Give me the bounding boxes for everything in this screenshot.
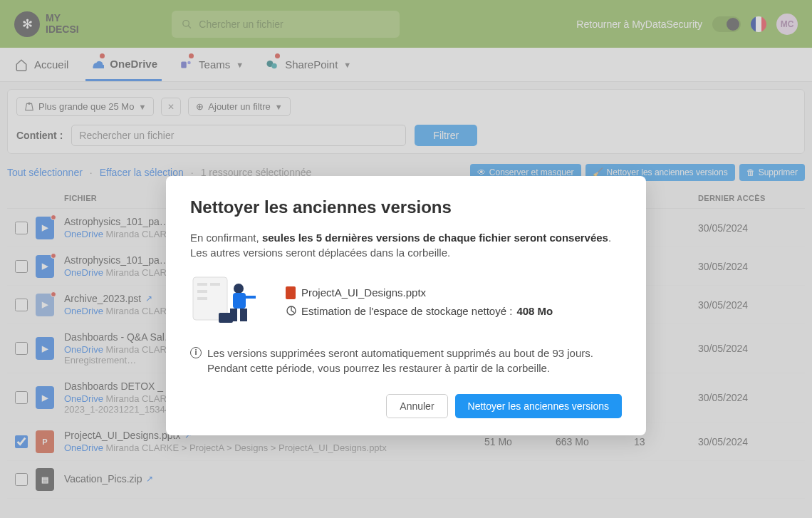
modal-file-info: ProjectA_UI_Designs.pptx Estimation de l… (286, 286, 553, 317)
info-icon: i (190, 347, 202, 358)
modal-warning: i Les versions supprimées seront automat… (190, 346, 622, 375)
powerpoint-icon (286, 286, 296, 299)
svg-rect-8 (197, 283, 207, 286)
svg-rect-11 (210, 283, 220, 286)
svg-point-12 (234, 284, 244, 294)
svg-rect-16 (244, 296, 256, 299)
confirm-clean-button[interactable]: Nettoyer les anciennes versions (455, 394, 622, 418)
svg-rect-13 (233, 293, 246, 309)
modal-overlay[interactable]: Nettoyer les anciennes versions En confi… (0, 0, 812, 518)
modal-description: En confirmant, seules les 5 dernières ve… (190, 230, 622, 260)
illustration-icon (190, 273, 269, 330)
svg-rect-10 (197, 297, 207, 300)
svg-rect-9 (197, 290, 207, 293)
modal-estimate: Estimation de l'espace de stockage netto… (286, 305, 553, 317)
clean-versions-modal: Nettoyer les anciennes versions En confi… (166, 176, 646, 435)
modal-file-block: ProjectA_UI_Designs.pptx Estimation de l… (190, 273, 622, 330)
modal-title: Nettoyer les anciennes versions (190, 197, 622, 217)
cancel-button[interactable]: Annuler (386, 394, 447, 418)
svg-rect-15 (240, 309, 247, 321)
svg-rect-17 (219, 313, 233, 323)
modal-filename: ProjectA_UI_Designs.pptx (286, 286, 553, 299)
modal-actions: Annuler Nettoyer les anciennes versions (190, 394, 622, 418)
chart-icon (286, 305, 297, 316)
